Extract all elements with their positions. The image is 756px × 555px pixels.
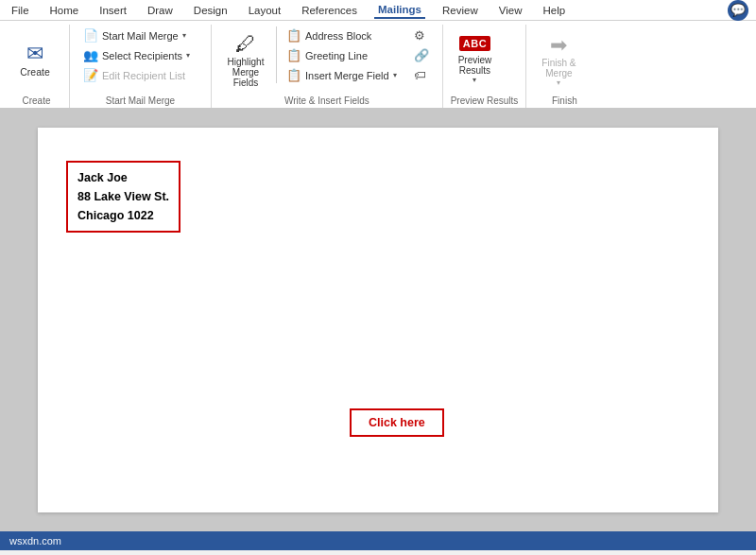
status-text: wsxdn.com bbox=[9, 535, 61, 546]
address-block-content: Jack Joe 88 Lake View St. Chicago 1022 bbox=[66, 161, 180, 233]
update-labels-icon: 🏷 bbox=[414, 68, 426, 82]
menu-design[interactable]: Design bbox=[190, 3, 232, 18]
edit-recipient-list-button[interactable]: 📝 Edit Recipient List bbox=[77, 66, 196, 84]
menu-bar: File Home Insert Draw Design Layout Refe… bbox=[0, 0, 756, 21]
menu-references[interactable]: References bbox=[298, 3, 361, 18]
ribbon-group-preview: ABC PreviewResults ▾ Preview Results bbox=[443, 25, 527, 108]
write-buttons: 🖊 HighlightMerge Fields 📋 Address Block … bbox=[219, 26, 435, 93]
finish-merge-caret: ▾ bbox=[557, 78, 560, 87]
create-icon: ✉ bbox=[26, 42, 43, 66]
greeting-line-label: Greeting Line bbox=[305, 50, 368, 61]
insert-merge-field-button[interactable]: 📋 Insert Merge Field ▾ bbox=[281, 66, 403, 84]
address-line2: 88 Lake View St. bbox=[77, 187, 169, 206]
ribbon-group-start-mail-merge: 📄 Start Mail Merge ▾ 👥 Select Recipients… bbox=[70, 25, 212, 108]
ribbon-group-finish: ➡ Finish &Merge ▾ Finish bbox=[526, 25, 602, 108]
abc-icon: ABC bbox=[459, 36, 490, 51]
chat-icon[interactable]: 💬 bbox=[728, 0, 748, 21]
greeting-line-icon: 📋 bbox=[286, 48, 301, 62]
menu-insert[interactable]: Insert bbox=[95, 3, 130, 18]
ribbon-group-create: ✉ Create Create bbox=[4, 25, 70, 108]
preview-results-button[interactable]: ABC PreviewResults ▾ bbox=[451, 26, 500, 93]
write-group-label: Write & Insert Fields bbox=[219, 93, 435, 108]
select-recipients-icon: 👥 bbox=[83, 48, 98, 62]
finish-merge-icon: ➡ bbox=[550, 33, 567, 58]
greeting-line-button[interactable]: 📋 Greeting Line bbox=[281, 46, 403, 64]
start-mail-merge-button[interactable]: 📄 Start Mail Merge ▾ bbox=[77, 26, 196, 44]
rules-icon: ⚙ bbox=[414, 28, 425, 43]
create-label: Create bbox=[20, 66, 50, 78]
create-button[interactable]: ✉ Create bbox=[11, 26, 59, 93]
ribbon-content: ✉ Create Create 📄 Start Mail Merge ▾ 👥 S… bbox=[0, 21, 756, 108]
select-recipients-label: Select Recipients bbox=[102, 50, 182, 61]
ribbon: ✉ Create Create 📄 Start Mail Merge ▾ 👥 S… bbox=[0, 21, 756, 109]
preview-group-label: Preview Results bbox=[451, 93, 519, 108]
address-block-button[interactable]: 📋 Address Block bbox=[281, 26, 403, 44]
edit-recipient-list-label: Edit Recipient List bbox=[102, 70, 185, 81]
start-stack: 📄 Start Mail Merge ▾ 👥 Select Recipients… bbox=[77, 26, 196, 93]
write-icons: ⚙ 🔗 🏷 bbox=[404, 26, 435, 84]
finish-buttons: ➡ Finish &Merge ▾ bbox=[534, 26, 583, 93]
insert-merge-field-label: Insert Merge Field bbox=[305, 70, 389, 81]
menu-mailings[interactable]: Mailings bbox=[374, 2, 425, 19]
finish-merge-label: Finish &Merge bbox=[541, 58, 576, 78]
start-mail-merge-icon: 📄 bbox=[83, 28, 98, 43]
match-fields-button[interactable]: 🔗 bbox=[408, 46, 435, 64]
menu-home[interactable]: Home bbox=[46, 3, 83, 18]
menu-file[interactable]: File bbox=[8, 3, 33, 18]
start-mail-merge-caret: ▾ bbox=[182, 31, 186, 40]
match-fields-icon: 🔗 bbox=[414, 48, 429, 62]
address-line1: Jack Joe bbox=[77, 168, 169, 187]
preview-results-label: PreviewResults bbox=[458, 55, 492, 76]
finish-group-label: Finish bbox=[534, 93, 594, 108]
insert-merge-field-caret: ▾ bbox=[393, 71, 397, 79]
start-group-label: Start Mail Merge bbox=[77, 93, 203, 108]
menu-review[interactable]: Review bbox=[438, 3, 482, 18]
highlight-icon: 🖊 bbox=[235, 32, 256, 57]
status-bar: wsxdn.com bbox=[0, 531, 756, 550]
insert-merge-field-icon: 📋 bbox=[286, 68, 301, 82]
address-block-label: Address Block bbox=[305, 30, 371, 42]
select-recipients-caret: ▾ bbox=[186, 51, 190, 60]
preview-buttons: ABC PreviewResults ▾ bbox=[451, 26, 500, 93]
highlight-label: HighlightMerge Fields bbox=[227, 57, 265, 88]
rules-button[interactable]: ⚙ bbox=[408, 26, 435, 44]
highlight-merge-fields-button[interactable]: 🖊 HighlightMerge Fields bbox=[219, 26, 272, 93]
click-here-button[interactable]: Click here bbox=[350, 408, 444, 437]
menu-view[interactable]: View bbox=[495, 3, 526, 18]
create-buttons: ✉ Create bbox=[11, 26, 59, 93]
preview-results-caret: ▾ bbox=[472, 76, 476, 84]
start-mail-merge-label: Start Mail Merge bbox=[102, 30, 179, 42]
divider bbox=[276, 26, 277, 83]
edit-recipient-list-icon: 📝 bbox=[83, 68, 98, 82]
document-area: Jack Joe 88 Lake View St. Chicago 1022 C… bbox=[0, 109, 756, 531]
menu-help[interactable]: Help bbox=[539, 3, 569, 18]
create-group-label: Create bbox=[11, 93, 61, 108]
finish-merge-button[interactable]: ➡ Finish &Merge ▾ bbox=[534, 26, 583, 93]
menu-draw[interactable]: Draw bbox=[144, 3, 177, 18]
write-stack: 📋 Address Block 📋 Greeting Line 📋 Insert… bbox=[281, 26, 403, 84]
document-page[interactable]: Jack Joe 88 Lake View St. Chicago 1022 C… bbox=[38, 128, 718, 512]
ribbon-group-write-insert: 🖊 HighlightMerge Fields 📋 Address Block … bbox=[212, 25, 443, 108]
update-labels-button[interactable]: 🏷 bbox=[408, 66, 435, 84]
address-block-icon: 📋 bbox=[286, 28, 301, 43]
menu-layout[interactable]: Layout bbox=[245, 3, 285, 18]
select-recipients-button[interactable]: 👥 Select Recipients ▾ bbox=[77, 46, 196, 64]
address-line3: Chicago 1022 bbox=[77, 206, 169, 225]
